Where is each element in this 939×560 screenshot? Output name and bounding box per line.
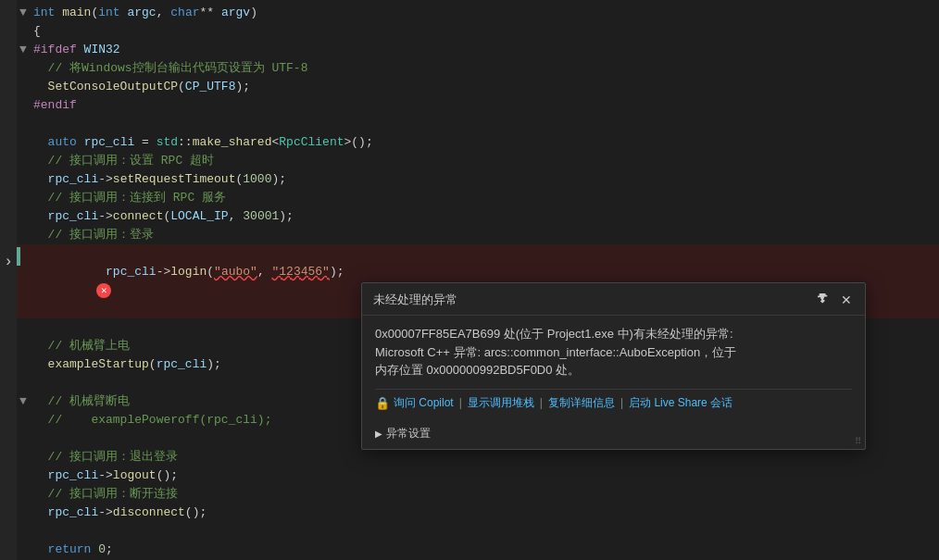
fold-icon-7 xyxy=(17,115,30,133)
fold-icon-20 xyxy=(17,411,30,429)
code-line-8: auto rpc_cli = std::make_shared<RpcClien… xyxy=(17,133,939,152)
error-type: Microsoft C++ 异常: arcs::common_interface… xyxy=(375,345,736,359)
line-content-12: rpc_cli->connect(LOCAL_IP, 30001); xyxy=(30,207,939,226)
line-content-13: // 接口调用：登录 xyxy=(30,226,939,244)
code-line-12: rpc_cli->connect(LOCAL_IP, 30001); xyxy=(17,207,939,226)
popup-title: 未经处理的异常 xyxy=(373,292,457,308)
fold-icon-18 xyxy=(17,374,30,392)
expand-icon: ▶ xyxy=(375,429,382,439)
expand-exception-settings[interactable]: ▶ 异常设置 xyxy=(375,426,852,442)
error-address: 0x00007FF85EA7B699 处(位于 Project1.exe 中)有… xyxy=(375,327,733,341)
line-content-11: // 接口调用：连接到 RPC 服务 xyxy=(30,189,939,207)
fold-icon-10 xyxy=(17,170,30,189)
left-nav: › xyxy=(0,0,17,560)
fold-icon-17 xyxy=(17,355,30,374)
line-content-3: #ifdef WIN32 xyxy=(30,41,939,59)
popup-body: 0x00007FF85EA7B699 处(位于 Project1.exe 中)有… xyxy=(362,316,865,422)
fold-icon-13 xyxy=(17,226,30,244)
code-line-24: // 接口调用：断开连接 xyxy=(17,485,939,504)
fold-icon-8 xyxy=(17,133,30,152)
code-line-3: ▼ #ifdef WIN32 xyxy=(17,41,939,59)
fold-icon-4 xyxy=(17,59,30,78)
fold-icon-19[interactable]: ▼ xyxy=(17,392,30,411)
code-line-22: // 接口调用：退出登录 xyxy=(17,448,939,467)
resize-handle[interactable]: ⠿ xyxy=(855,436,861,447)
fold-icon-27 xyxy=(17,541,30,559)
fold-icon-6 xyxy=(17,96,30,115)
line-content-23: rpc_cli->logout(); xyxy=(30,467,939,485)
line-content-1: int main(int argc, char** argv) xyxy=(30,4,939,22)
fold-icon-23 xyxy=(17,467,30,485)
popup-close-button[interactable]: ✕ xyxy=(837,291,856,309)
code-area: ▼ int main(int argc, char** argv) { ▼ #i… xyxy=(17,0,939,560)
code-line-5: SetConsoleOutputCP(CP_UTF8); xyxy=(17,78,939,96)
editor-container: › ▼ int main(int argc, char** argv) { ▼ … xyxy=(0,0,939,560)
line-content-9: // 接口调用：设置 RPC 超时 xyxy=(30,152,939,170)
fold-icon-11 xyxy=(17,189,30,207)
separator-3: | xyxy=(620,396,623,409)
fold-icon-24 xyxy=(17,485,30,504)
code-line-2: { xyxy=(17,22,939,41)
fold-icon-25 xyxy=(17,504,30,522)
popup-header-actions: ✕ xyxy=(813,291,856,309)
fold-icon-1[interactable]: ▼ xyxy=(17,4,30,22)
error-indicator: ✕ xyxy=(96,283,111,298)
line-content-22: // 接口调用：退出登录 xyxy=(30,448,939,467)
separator-2: | xyxy=(540,396,543,409)
popup-pin-button[interactable] xyxy=(813,291,833,309)
ask-copilot-link[interactable]: 询问 Copilot xyxy=(394,395,454,411)
fold-icon-16 xyxy=(17,337,30,355)
fold-icon-12 xyxy=(17,207,30,226)
code-line-23: rpc_cli->logout(); xyxy=(17,467,939,485)
exception-settings-label: 异常设置 xyxy=(386,426,431,442)
code-line-25: rpc_cli->disconnect(); xyxy=(17,504,939,522)
exception-popup: 未经处理的异常 ✕ 0x00007FF85EA7B699 处(位于 Projec… xyxy=(361,282,866,450)
fold-icon-3[interactable]: ▼ xyxy=(17,41,30,59)
popup-footer: ▶ 异常设置 ⠿ xyxy=(362,422,865,449)
code-line-10: rpc_cli->setRequestTimeout(1000); xyxy=(17,170,939,189)
popup-header: 未经处理的异常 ✕ xyxy=(362,283,865,316)
code-line-11: // 接口调用：连接到 RPC 服务 xyxy=(17,189,939,207)
code-line-13: // 接口调用：登录 xyxy=(17,226,939,244)
fold-icon-14 xyxy=(17,244,30,263)
fold-icon-9 xyxy=(17,152,30,170)
line-content-4: // 将Windows控制台输出代码页设置为 UTF-8 xyxy=(30,59,939,78)
line-content-5: SetConsoleOutputCP(CP_UTF8); xyxy=(30,78,939,96)
error-location: 内存位置 0x000000992BD5F0D0 处。 xyxy=(375,363,580,377)
fold-icon-26 xyxy=(17,522,30,541)
popup-error-text: 0x00007FF85EA7B699 处(位于 Project1.exe 中)有… xyxy=(375,325,852,380)
fold-icon-15 xyxy=(17,318,30,337)
nav-arrow[interactable]: › xyxy=(0,250,17,274)
code-line-26 xyxy=(17,522,939,541)
line-content-25: rpc_cli->disconnect(); xyxy=(30,504,939,522)
live-share-link[interactable]: 启动 Live Share 会话 xyxy=(629,395,732,411)
code-line-7 xyxy=(17,115,939,133)
copy-details-link[interactable]: 复制详细信息 xyxy=(548,395,615,411)
copilot-icon: 🔒 xyxy=(375,396,390,410)
line-content-24: // 接口调用：断开连接 xyxy=(30,485,939,504)
fold-icon-22 xyxy=(17,448,30,467)
code-line-4: // 将Windows控制台输出代码页设置为 UTF-8 xyxy=(17,59,939,78)
code-line-1: ▼ int main(int argc, char** argv) xyxy=(17,4,939,22)
line-content-6: #endif xyxy=(30,96,939,115)
code-line-6: #endif xyxy=(17,96,939,115)
line-content-10: rpc_cli->setRequestTimeout(1000); xyxy=(30,170,939,189)
line-content-8: auto rpc_cli = std::make_shared<RpcClien… xyxy=(30,133,939,152)
fold-icon-5 xyxy=(17,78,30,96)
show-callstack-link[interactable]: 显示调用堆栈 xyxy=(468,395,534,411)
code-line-9: // 接口调用：设置 RPC 超时 xyxy=(17,152,939,170)
code-line-27: return 0; xyxy=(17,541,939,559)
line-content-2: { xyxy=(30,22,939,41)
fold-icon-21 xyxy=(17,429,30,448)
popup-links: 🔒 询问 Copilot | 显示调用堆栈 | 复制详细信息 | 启动 Live… xyxy=(375,389,852,417)
separator-1: | xyxy=(459,396,462,409)
line-content-27: return 0; xyxy=(30,541,939,559)
